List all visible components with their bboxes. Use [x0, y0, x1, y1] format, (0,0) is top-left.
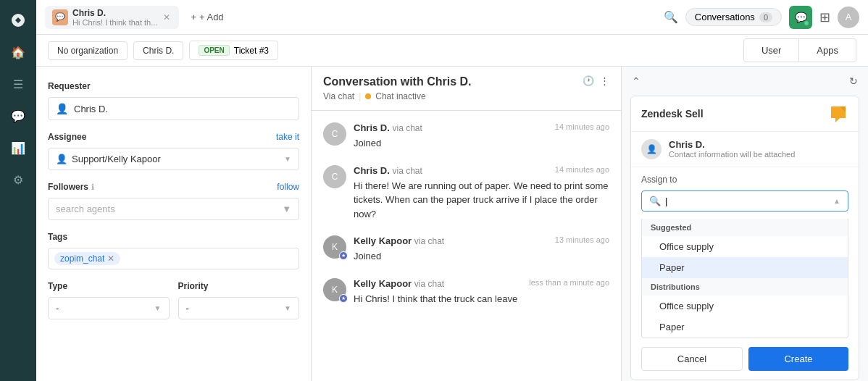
chat-body: C Chris D. via chat 14 minutes ago Joine…: [312, 111, 621, 381]
avatar: K ★: [323, 278, 346, 301]
sidebar-nav: 🏠 ☰ 💬 📊 ⚙: [0, 0, 36, 381]
status-dot: [365, 93, 371, 99]
assign-label: Assign to: [641, 175, 848, 185]
breadcrumb-ticket[interactable]: OPEN Ticket #3: [189, 41, 278, 60]
tag-chip: zopim_chat ✕: [54, 252, 120, 265]
requester-label: Requester: [48, 81, 299, 91]
message-text: Joined: [354, 249, 609, 264]
tab-chris-d[interactable]: 💬 Chris D. Hi Chris! I think that th... …: [45, 6, 179, 29]
chevron-up-icon[interactable]: ▲: [833, 197, 840, 205]
tab-user-name: Chris D. Hi Chris! I think that th...: [72, 8, 157, 27]
priority-select[interactable]: - ▼: [178, 297, 300, 319]
info-icon[interactable]: ℹ: [91, 183, 94, 192]
sidebar-chat-icon[interactable]: 💬: [5, 103, 31, 129]
chat-header: Conversation with Chris D. Via chat | Ch…: [312, 67, 621, 111]
apps-tab[interactable]: Apps: [799, 38, 856, 62]
history-icon[interactable]: 🕐: [583, 75, 594, 86]
action-buttons: Cancel Create: [631, 338, 859, 380]
message-via: via chat: [392, 166, 422, 176]
search-button[interactable]: 🔍: [664, 10, 678, 24]
list-item[interactable]: Office supply: [642, 236, 848, 257]
sell-contact-icon: 👤: [641, 139, 662, 159]
assignee-select[interactable]: 👤 Support/Kelly Kapoor ▼: [48, 148, 299, 170]
refresh-button[interactable]: ↻: [849, 75, 858, 87]
agent-icon: 👤: [56, 154, 67, 164]
message-via: via chat: [414, 236, 444, 246]
sidebar-home-icon[interactable]: 🏠: [5, 39, 31, 65]
user-icon: 👤: [56, 103, 68, 114]
zendesk-sell-card: Zendesk Sell 👤 Chris D. Contact informat…: [630, 96, 859, 380]
right-panel: ⌃ ↻ Zendesk Sell 👤 Chris D.: [622, 67, 868, 381]
cancel-button[interactable]: Cancel: [641, 347, 743, 371]
message-text: Joined: [354, 136, 609, 151]
assignee-value: Support/Kelly Kapoor: [72, 154, 161, 164]
sidebar-settings-icon[interactable]: ⚙: [5, 167, 31, 193]
tags-input[interactable]: zopim_chat ✕: [48, 248, 299, 269]
breadcrumb-user[interactable]: Chris D.: [133, 41, 183, 60]
tag-remove-icon[interactable]: ✕: [107, 254, 114, 264]
add-tab-button[interactable]: + + Add: [185, 9, 229, 25]
sidebar-reports-icon[interactable]: 📊: [5, 135, 31, 161]
message-sender: Kelly Kapoor via chat: [354, 235, 444, 246]
type-select[interactable]: - ▼: [48, 297, 170, 319]
collapse-button[interactable]: ⌃: [632, 75, 640, 87]
conversations-button[interactable]: Conversations 0: [685, 8, 782, 26]
assignee-label: Assignee: [48, 132, 86, 142]
sidebar-tickets-icon[interactable]: ☰: [5, 71, 31, 97]
search-agents-placeholder: search agents: [56, 204, 115, 214]
chat-header-actions: 🕐 ⋮: [583, 75, 609, 86]
grid-icon[interactable]: ⊞: [819, 9, 830, 25]
status-button[interactable]: 💬: [789, 6, 812, 29]
top-bar: 💬 Chris D. Hi Chris! I think that th... …: [36, 0, 868, 35]
message-content: Chris D. via chat 14 minutes ago Joined: [354, 122, 609, 151]
create-button[interactable]: Create: [748, 347, 848, 371]
suggested-header: Suggested: [642, 219, 848, 236]
logo-icon[interactable]: [5, 7, 31, 33]
take-it-link[interactable]: take it: [276, 132, 299, 142]
search-icon: 🔍: [649, 196, 661, 206]
table-row: K ★ Kelly Kapoor via chat less than a mi…: [323, 278, 609, 306]
sell-logo: [828, 104, 848, 124]
tab-close-icon[interactable]: ✕: [162, 11, 172, 24]
followers-field: Followers ℹ follow search agents ▼: [48, 182, 299, 220]
chevron-down-icon: ▼: [284, 155, 291, 163]
chat-via: Via chat: [323, 91, 354, 101]
message-sender: Kelly Kapoor via chat: [354, 278, 444, 289]
main-content: 💬 Chris D. Hi Chris! I think that th... …: [36, 0, 868, 381]
requester-input[interactable]: 👤 Chris D.: [48, 97, 299, 120]
chat-panel: Conversation with Chris D. Via chat | Ch…: [312, 67, 622, 381]
list-item[interactable]: Office supply: [642, 296, 848, 317]
tab-chat-icon: 💬: [52, 9, 68, 25]
avatar: K ★: [323, 235, 346, 259]
tags-field: Tags zopim_chat ✕: [48, 232, 299, 269]
sell-contact: 👤 Chris D. Contact information will be a…: [631, 132, 859, 167]
list-item[interactable]: Paper: [642, 257, 848, 278]
conversations-label: Conversations: [695, 12, 755, 22]
avatar: C: [323, 122, 346, 146]
type-field: Type - ▼: [48, 281, 170, 319]
search-agents-input[interactable]: search agents ▼: [48, 198, 299, 220]
breadcrumb: No organization Chris D. OPEN Ticket #3 …: [36, 35, 868, 67]
message-time: 14 minutes ago: [555, 122, 609, 133]
message-time: less than a minute ago: [529, 278, 609, 289]
requester-field: Requester 👤 Chris D.: [48, 81, 299, 120]
online-dot: [804, 20, 809, 26]
assign-search-input[interactable]: [665, 196, 829, 206]
list-item[interactable]: Paper: [642, 317, 848, 338]
message-sender: Chris D. via chat: [354, 122, 422, 133]
sell-contact-name: Chris D.: [669, 139, 795, 150]
tags-label: Tags: [48, 232, 299, 242]
conversations-badge: 0: [759, 12, 772, 22]
follow-link[interactable]: follow: [277, 182, 299, 192]
avatar[interactable]: A: [838, 7, 859, 28]
breadcrumb-no-org[interactable]: No organization: [48, 41, 128, 60]
left-panel: Requester 👤 Chris D. Assignee take it 👤 …: [36, 67, 312, 381]
priority-label: Priority: [178, 281, 300, 291]
type-priority-row: Type - ▼ Priority - ▼: [48, 281, 299, 331]
sell-contact-sub: Contact information will be attached: [669, 150, 795, 159]
message-time: 14 minutes ago: [555, 165, 609, 176]
right-panel-header: ⌃ ↻: [622, 67, 868, 96]
more-icon[interactable]: ⋮: [600, 75, 609, 86]
user-tab[interactable]: User: [743, 38, 799, 62]
avatar-initials: A: [846, 12, 852, 22]
